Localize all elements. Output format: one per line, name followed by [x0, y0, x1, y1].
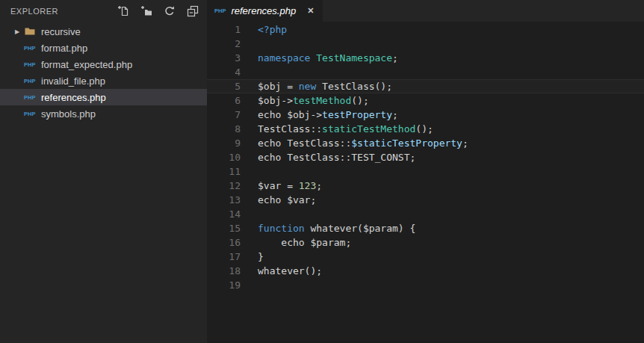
line-number: 13 — [207, 193, 241, 207]
tab-close-icon[interactable]: ✕ — [307, 7, 314, 15]
chevron-right-icon: ▶ — [12, 28, 24, 35]
code-line-11[interactable]: 11 — [207, 164, 644, 179]
code-line-text: $obj->testMethod(); — [258, 93, 369, 108]
php-file-icon: PHP — [24, 111, 40, 117]
code-line-text: echo TestClass::$staticTestProperty; — [258, 136, 468, 150]
line-number: 6 — [207, 93, 241, 108]
file-item-symbols-php[interactable]: PHPsymbols.php — [0, 105, 207, 122]
code-line-6[interactable]: 6$obj->testMethod(); — [207, 93, 644, 108]
code-line-19[interactable]: 19 — [207, 278, 644, 292]
file-label: invalid_file.php — [41, 75, 105, 87]
file-label: format_expected.php — [41, 59, 132, 70]
tab-references-php[interactable]: PHP references.php ✕ — [207, 0, 323, 22]
line-number: 3 — [207, 51, 241, 65]
line-number: 14 — [207, 207, 241, 221]
php-file-icon: PHP — [24, 61, 40, 68]
line-number: 12 — [207, 179, 241, 193]
collapse-all-icon — [187, 5, 199, 17]
code-line-text: echo $var; — [258, 193, 316, 207]
php-file-icon: PHP — [214, 7, 226, 14]
file-label: symbols.php — [41, 108, 96, 120]
refresh-icon — [164, 5, 176, 17]
line-number: 16 — [207, 235, 241, 250]
file-item-references-php[interactable]: PHPreferences.php — [0, 89, 207, 105]
new-file-button[interactable] — [117, 4, 130, 18]
line-number: 10 — [207, 150, 241, 164]
code-line-2[interactable]: 2 — [207, 37, 644, 51]
code-line-text: function whatever($param) { — [258, 221, 415, 235]
code-line-4[interactable]: 4 — [207, 65, 644, 79]
code-line-text: echo TestClass::TEST_CONST; — [258, 150, 415, 164]
folder-icon — [24, 25, 40, 37]
code-line-9[interactable]: 9echo TestClass::$staticTestProperty; — [207, 136, 644, 150]
code-line-text: } — [258, 250, 264, 264]
tab-label: references.php — [231, 5, 296, 16]
code-line-18[interactable]: 18whatever(); — [207, 264, 644, 278]
tab-bar-empty-area — [323, 0, 644, 22]
code-line-text: echo $param; — [258, 235, 351, 250]
collapse-all-button[interactable] — [186, 4, 199, 18]
code-line-15[interactable]: 15function whatever($param) { — [207, 221, 644, 235]
code-line-5[interactable]: 5$obj = new TestClass(); — [207, 79, 644, 93]
line-number: 2 — [207, 37, 241, 51]
editor-group: PHP references.php ✕ 1<?php23namespace T… — [207, 0, 644, 343]
file-label: references.php — [41, 92, 106, 103]
line-number: 5 — [207, 79, 241, 93]
code-line-10[interactable]: 10echo TestClass::TEST_CONST; — [207, 150, 644, 164]
file-item-format-php[interactable]: PHPformat.php — [0, 40, 207, 56]
code-line-8[interactable]: 8TestClass::staticTestMethod(); — [207, 122, 644, 136]
code-line-text: whatever(); — [258, 264, 322, 278]
line-number: 1 — [207, 22, 241, 37]
code-line-16[interactable]: 16 echo $param; — [207, 235, 644, 250]
explorer-sidebar: EXPLORER — [0, 0, 207, 343]
code-line-text: namespace TestNamespace; — [258, 51, 398, 65]
file-item-invalid-file-php[interactable]: PHPinvalid_file.php — [0, 72, 207, 89]
line-number: 7 — [207, 108, 241, 122]
vscode-window: EXPLORER — [0, 0, 644, 343]
code-line-13[interactable]: 13echo $var; — [207, 193, 644, 207]
line-number: 9 — [207, 136, 241, 150]
code-line-12[interactable]: 12$var = 123; — [207, 179, 644, 193]
code-line-7[interactable]: 7echo $obj->testProperty; — [207, 108, 644, 122]
line-number: 11 — [207, 164, 241, 179]
code-line-17[interactable]: 17} — [207, 250, 644, 264]
file-tree: ▶recursivePHPformat.phpPHPformat_expecte… — [0, 22, 207, 122]
code-line-text: $obj = new TestClass(); — [258, 79, 392, 93]
file-label: format.php — [41, 43, 87, 54]
new-file-icon — [117, 5, 129, 17]
new-folder-icon — [140, 5, 152, 17]
line-number: 18 — [207, 264, 241, 278]
code-line-text: echo $obj->testProperty; — [258, 108, 398, 122]
line-number: 17 — [207, 250, 241, 264]
code-line-3[interactable]: 3namespace TestNamespace; — [207, 51, 644, 65]
file-item-format-expected-php[interactable]: PHPformat_expected.php — [0, 56, 207, 72]
explorer-title: EXPLORER — [10, 7, 58, 16]
line-number: 4 — [207, 65, 241, 79]
php-file-icon: PHP — [24, 78, 40, 84]
explorer-header: EXPLORER — [0, 0, 207, 22]
refresh-button[interactable] — [163, 4, 176, 18]
new-folder-button[interactable] — [140, 4, 153, 18]
explorer-actions — [117, 4, 199, 18]
file-item-recursive[interactable]: ▶recursive — [0, 23, 207, 40]
code-line-text: TestClass::staticTestMethod(); — [258, 122, 433, 136]
code-line-text: $var = 123; — [258, 179, 322, 193]
line-number: 15 — [207, 221, 241, 235]
line-number: 19 — [207, 278, 241, 292]
code-editor[interactable]: 1<?php23namespace TestNamespace;45$obj =… — [207, 22, 644, 343]
code-line-text: <?php — [258, 22, 287, 37]
php-file-icon: PHP — [24, 45, 40, 52]
file-label: recursive — [41, 26, 81, 37]
php-file-icon: PHP — [24, 94, 40, 101]
code-line-1[interactable]: 1<?php — [207, 22, 644, 37]
line-number: 8 — [207, 122, 241, 136]
tab-bar: PHP references.php ✕ — [207, 0, 644, 22]
code-line-14[interactable]: 14 — [207, 207, 644, 221]
